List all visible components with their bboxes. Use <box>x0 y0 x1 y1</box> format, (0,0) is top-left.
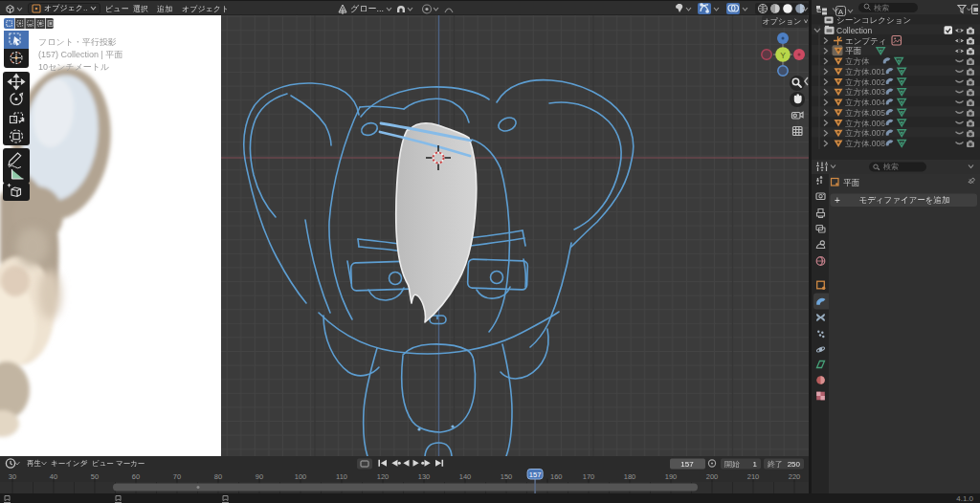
svg-text:100: 100 <box>295 472 307 481</box>
svg-text:170: 170 <box>583 472 595 481</box>
svg-text:190: 190 <box>665 472 678 481</box>
svg-text:40: 40 <box>50 472 57 481</box>
svg-text:キーイング: キーイング <box>51 459 88 468</box>
svg-text:+: + <box>835 195 840 206</box>
svg-text:150: 150 <box>501 472 513 481</box>
svg-text:157: 157 <box>680 460 694 469</box>
svg-text:120: 120 <box>377 472 390 481</box>
svg-text:A: A <box>838 7 844 15</box>
svg-text:立方体.004: 立方体.004 <box>845 98 885 107</box>
svg-text:110: 110 <box>336 472 347 481</box>
svg-text:立方体.005: 立方体.005 <box>845 108 885 118</box>
svg-text:70: 70 <box>173 472 181 481</box>
svg-text:Y: Y <box>780 51 786 60</box>
svg-text:160: 160 <box>550 472 563 481</box>
svg-text:210: 210 <box>747 472 760 481</box>
svg-text:200: 200 <box>706 472 719 481</box>
svg-text:90: 90 <box>256 472 263 481</box>
svg-text:ビュー: ビュー <box>92 459 114 468</box>
svg-text:130: 130 <box>418 472 431 481</box>
svg-text:1: 1 <box>753 460 758 469</box>
svg-text:220: 220 <box>789 472 801 481</box>
svg-text:80: 80 <box>214 472 222 481</box>
svg-text:立方体.001: 立方体.001 <box>845 67 885 77</box>
svg-text:エンプティ: エンプティ <box>845 36 887 46</box>
svg-text:157: 157 <box>529 470 542 479</box>
svg-text:Collection: Collection <box>836 26 873 35</box>
svg-text:終了: 終了 <box>767 460 783 469</box>
svg-text:立方体.003: 立方体.003 <box>845 87 885 97</box>
svg-text:立方体.006: 立方体.006 <box>845 119 885 128</box>
svg-text:140: 140 <box>459 472 472 481</box>
svg-text:平面: 平面 <box>845 46 862 55</box>
svg-text:再生: 再生 <box>27 459 42 468</box>
svg-text:立方体: 立方体 <box>845 56 870 66</box>
svg-text:立方体.007: 立方体.007 <box>845 128 885 138</box>
svg-text:モディファイアーを追加: モディファイアーを追加 <box>858 195 949 205</box>
svg-text:平面: 平面 <box>843 178 860 187</box>
svg-text:検索: 検索 <box>883 163 899 171</box>
svg-text:50: 50 <box>91 472 99 481</box>
svg-text:開始: 開始 <box>724 460 740 469</box>
svg-text:60: 60 <box>132 472 140 481</box>
svg-text:250: 250 <box>788 460 801 469</box>
svg-text:立方体.008: 立方体.008 <box>845 139 885 148</box>
svg-text:180: 180 <box>624 472 636 481</box>
svg-text:マーカー: マーカー <box>116 459 145 468</box>
svg-text:立方体.002: 立方体.002 <box>845 77 885 87</box>
svg-text:30: 30 <box>9 472 16 481</box>
